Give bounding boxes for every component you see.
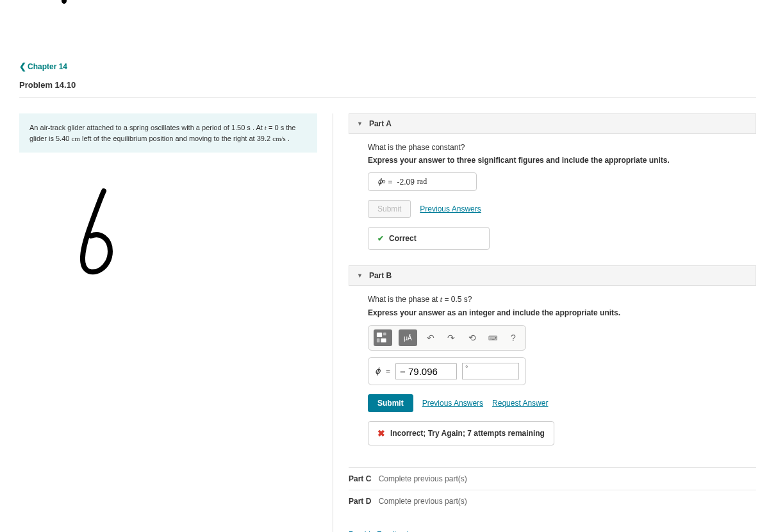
check-icon: ✔ <box>377 234 384 243</box>
phi-subscript: 0 <box>383 179 385 185</box>
chevron-left-icon: ❮ <box>19 62 26 71</box>
left-column: An air-track glider attached to a spring… <box>19 113 333 532</box>
part-b-feedback-text: Incorrect; Try Again; 7 attempts remaini… <box>390 429 545 438</box>
part-b-unit-input[interactable] <box>462 363 519 379</box>
svg-rect-1 <box>383 333 386 336</box>
part-a-hint: Express your answer to three significant… <box>368 156 756 165</box>
answer-toolbar: μÅ ↶ ↷ ⟲ ⌨ ? <box>368 325 526 351</box>
redo-button[interactable]: ↷ <box>444 330 458 345</box>
part-a-header[interactable]: ▼ Part A <box>349 113 756 134</box>
units-tool-button[interactable]: μÅ <box>399 329 417 346</box>
part-a-submit-button: Submit <box>368 200 411 218</box>
caret-down-icon: ▼ <box>357 121 363 127</box>
part-b-value-input[interactable] <box>395 363 457 379</box>
part-d-text: Complete previous part(s) <box>379 497 467 506</box>
back-link-label: Chapter 14 <box>28 62 67 71</box>
back-link[interactable]: ❮ Chapter 14 <box>19 62 67 71</box>
template-tool-button[interactable] <box>374 329 392 346</box>
part-c-text: Complete previous part(s) <box>379 474 467 483</box>
part-a-answer: ϕ0 = -2.09 rad <box>368 172 477 191</box>
part-a-unit: rad <box>417 177 427 187</box>
keyboard-button[interactable]: ⌨ <box>486 330 500 345</box>
handwriting-area <box>19 153 317 345</box>
part-c-label: Part C <box>349 474 371 483</box>
problem-title: Problem 14.10 <box>19 80 756 98</box>
statement-suffix: . <box>286 135 290 142</box>
part-a-previous-answers-link[interactable]: Previous Answers <box>420 204 481 213</box>
reset-button[interactable]: ⟲ <box>465 330 479 345</box>
part-b-request-answer-link[interactable]: Request Answer <box>492 399 548 408</box>
part-b-answer-entry: ϕ = <box>368 357 526 385</box>
handwriting-glyph <box>58 187 128 277</box>
part-b-feedback: ✖ Incorrect; Try Again; 7 attempts remai… <box>368 421 554 445</box>
q-prefix: What is the phase at <box>368 295 440 304</box>
part-a-feedback-text: Correct <box>389 234 417 243</box>
svg-rect-2 <box>376 338 379 342</box>
part-b-header[interactable]: ▼ Part B <box>349 265 756 286</box>
equals: = <box>386 367 390 376</box>
problem-statement: An air-track glider attached to a spring… <box>19 113 317 153</box>
template-grid-icon <box>376 331 390 344</box>
part-b-submit-button[interactable]: Submit <box>368 394 413 412</box>
right-column: ▼ Part A What is the phase constant? Exp… <box>333 113 756 532</box>
part-b-question: What is the phase at t = 0.5 s? <box>368 295 756 304</box>
part-b-title: Part B <box>369 271 392 280</box>
statement-units: cm/s <box>272 135 286 142</box>
svg-rect-3 <box>381 338 386 342</box>
caret-down-icon: ▼ <box>357 272 363 279</box>
part-a-value: -2.09 <box>397 178 414 187</box>
part-a-feedback: ✔ Correct <box>368 227 490 250</box>
phi-symbol: ϕ <box>375 366 381 376</box>
q-suffix: ? <box>468 295 472 304</box>
part-c-row: Part C Complete previous part(s) <box>349 467 756 490</box>
part-a-question: What is the phase constant? <box>368 143 756 152</box>
svg-rect-0 <box>376 333 381 337</box>
phi-symbol: ϕ <box>377 177 383 187</box>
part-d-row: Part D Complete previous part(s) <box>349 490 756 512</box>
part-b-hint: Express your answer as an integer and in… <box>368 308 756 317</box>
part-d-label: Part D <box>349 497 371 506</box>
part-b-previous-answers-link[interactable]: Previous Answers <box>422 399 483 408</box>
part-a-title: Part A <box>369 119 392 128</box>
help-button[interactable]: ? <box>506 330 520 345</box>
undo-button[interactable]: ↶ <box>424 330 438 345</box>
x-icon: ✖ <box>377 428 385 438</box>
statement-prefix: An air-track glider attached to a spring… <box>29 124 265 131</box>
